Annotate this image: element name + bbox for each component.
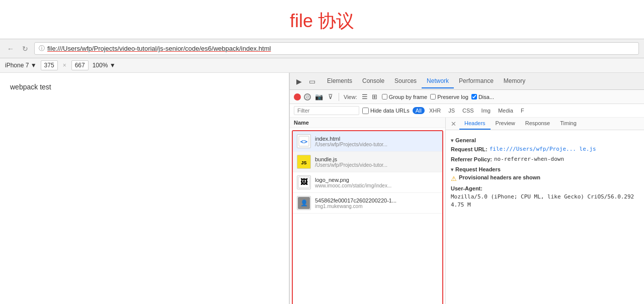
request-headers-section-title: Request Headers xyxy=(451,166,639,172)
device-icon[interactable]: ▭ xyxy=(307,76,317,86)
filter-xhr[interactable]: XHR xyxy=(426,107,444,114)
network-list: Name <> index.html xyxy=(290,118,446,304)
group-by-frame-checkbox[interactable]: Group by frame xyxy=(382,94,427,100)
camera-button[interactable]: 📷 xyxy=(314,92,324,102)
svg-text:🖼: 🖼 xyxy=(300,178,308,186)
detail-close-button[interactable]: ✕ xyxy=(448,118,459,130)
url-bar[interactable]: ⓘ file:///Users/wfp/Projects/video-tutor… xyxy=(34,42,639,55)
tab-performance[interactable]: Performance xyxy=(454,74,499,88)
network-item-path-2: /Users/wfp/Projects/video-tutor... xyxy=(315,162,387,168)
width-input[interactable]: 375 xyxy=(41,60,58,70)
toolbar-divider xyxy=(339,93,339,101)
tab-sources[interactable]: Sources xyxy=(389,74,422,88)
zoom-label: 100% ▼ xyxy=(93,62,116,69)
network-item-path-4: img1.mukewang.com xyxy=(315,204,396,209)
network-item-path-3: www.imooc.com/static/img/index... xyxy=(315,183,391,188)
zoom-selector[interactable]: 100% ▼ xyxy=(93,62,116,69)
request-url-label: Request URL: xyxy=(451,145,488,154)
network-item-icon-2: JS xyxy=(297,155,311,169)
tab-network[interactable]: Network xyxy=(422,74,454,88)
viewport-content: webpack test xyxy=(10,83,51,91)
inspect-icon[interactable]: ▶ xyxy=(294,76,304,86)
list-view-icon[interactable]: ☰ xyxy=(360,92,369,101)
disable-cache-checkbox[interactable]: Disa... xyxy=(471,94,494,100)
svg-text:👤: 👤 xyxy=(300,199,308,207)
back-button[interactable]: ← xyxy=(5,44,16,54)
network-item-4[interactable]: 👤 545862fe00017c2602200220-1... img1.muk… xyxy=(293,193,442,214)
network-item-2[interactable]: JS bundle.js /Users/wfp/Projects/video-t… xyxy=(293,152,442,172)
detail-tab-response[interactable]: Response xyxy=(520,118,555,130)
filter-input[interactable] xyxy=(294,106,359,115)
devtools-tabs: ▶ ▭ Elements Console Sources Network Per… xyxy=(290,73,644,90)
network-item-1[interactable]: <> index.html /Users/wfp/Projects/video-… xyxy=(293,131,442,152)
network-item-info-1: index.html /Users/wfp/Projects/video-tut… xyxy=(315,136,387,147)
network-item-info-2: bundle.js /Users/wfp/Projects/video-tuto… xyxy=(315,156,387,168)
dimension-separator: × xyxy=(62,62,67,69)
warning-icon: ⚠ xyxy=(451,175,457,182)
browser-chrome: ← ↻ ⓘ file:///Users/wfp/Projects/video-t… xyxy=(0,39,644,58)
network-detail: ✕ Headers Preview Response Timing xyxy=(446,118,644,304)
filter-js[interactable]: JS xyxy=(445,107,458,114)
network-toolbar: ⊘ 📷 ⊽ View: ☰ ⊞ Group by frame Preserve … xyxy=(290,90,644,104)
svg-text:JS: JS xyxy=(301,160,306,165)
user-agent-label: User-Agent: xyxy=(451,184,482,193)
detail-tab-preview[interactable]: Preview xyxy=(491,118,520,130)
network-content: Name <> index.html xyxy=(290,118,644,304)
user-agent-field: User-Agent: Mozilla/5.0 (iPhone; CPU ML,… xyxy=(451,184,639,210)
network-list-header: Name xyxy=(290,118,445,128)
info-icon: ⓘ xyxy=(39,44,45,53)
tab-elements[interactable]: Elements xyxy=(322,74,357,88)
general-section-title: General xyxy=(451,137,639,143)
filter-all[interactable]: All xyxy=(413,107,425,114)
view-toggle: ☰ ⊞ xyxy=(360,92,379,101)
url-text: file:///Users/wfp/Projects/video-tutoria… xyxy=(47,45,271,52)
filter-button[interactable]: ⊽ xyxy=(327,92,334,102)
view-label: View: xyxy=(344,94,357,100)
hide-data-urls-checkbox[interactable]: Hide data URLs xyxy=(362,108,410,114)
filter-font[interactable]: F xyxy=(518,107,527,114)
user-agent-value: Mozilla/5.0 (iPhone; CPU ML, like Gecko)… xyxy=(451,193,639,210)
main-layout: webpack test ▶ ▭ Elements Console Source… xyxy=(0,73,644,304)
network-item-icon-3: 🖼 xyxy=(297,175,311,189)
record-button[interactable] xyxy=(294,93,301,100)
network-item-name-1: index.html xyxy=(315,136,387,142)
detail-tab-headers[interactable]: Headers xyxy=(459,118,491,130)
warning-text: Provisional headers are shown xyxy=(459,174,540,180)
title-text: file 协议 xyxy=(290,11,354,31)
browser-viewport: webpack test xyxy=(0,73,289,304)
referrer-policy-value: no-referrer-when-down xyxy=(494,155,564,164)
detail-content: General Request URL: file:///Users/wfp/P… xyxy=(446,130,644,304)
filter-css[interactable]: CSS xyxy=(459,107,477,114)
network-item-name-3: logo_new.png xyxy=(315,177,391,183)
provisional-headers-warning: ⚠ Provisional headers are shown xyxy=(451,174,639,182)
request-url-field: Request URL: file:///Users/wfp/Proje... … xyxy=(451,145,639,154)
referrer-policy-field: Referrer Policy: no-referrer-when-down xyxy=(451,155,639,164)
network-list-items: <> index.html /Users/wfp/Projects/video-… xyxy=(292,130,443,304)
network-item-path-1: /Users/wfp/Projects/video-tutor... xyxy=(315,142,387,147)
detail-tab-timing[interactable]: Timing xyxy=(555,118,582,130)
network-item-info-3: logo_new.png www.imooc.com/static/img/in… xyxy=(315,177,391,188)
preserve-log-checkbox[interactable]: Preserve log xyxy=(430,94,468,100)
network-item-3[interactable]: 🖼 logo_new.png www.imooc.com/static/img/… xyxy=(293,172,442,193)
clear-button[interactable]: ⊘ xyxy=(304,93,311,100)
tab-console[interactable]: Console xyxy=(357,74,389,88)
device-selector[interactable]: iPhone 7 ▼ xyxy=(5,62,37,69)
devtools-icons: ▶ ▭ xyxy=(294,76,317,86)
device-toolbar: iPhone 7 ▼ 375 × 667 100% ▼ xyxy=(0,58,644,73)
network-item-name-4: 545862fe00017c2602200220-1... xyxy=(315,197,396,204)
filter-types: All XHR JS CSS Img Media F xyxy=(413,107,527,114)
referrer-policy-label: Referrer Policy: xyxy=(451,155,492,164)
network-item-name-2: bundle.js xyxy=(315,156,387,162)
grid-view-icon[interactable]: ⊞ xyxy=(370,92,379,101)
height-input[interactable]: 667 xyxy=(71,60,89,70)
page-title: file 协议 xyxy=(0,0,644,39)
filter-img[interactable]: Img xyxy=(478,107,494,114)
detail-tabs: ✕ Headers Preview Response Timing xyxy=(446,118,644,130)
network-filter-bar: Hide data URLs All XHR JS CSS Img xyxy=(290,104,644,118)
svg-text:<>: <> xyxy=(300,138,307,145)
tab-memory[interactable]: Memory xyxy=(499,74,530,88)
refresh-button[interactable]: ↻ xyxy=(20,44,30,54)
network-item-icon-4: 👤 xyxy=(297,196,311,210)
filter-media[interactable]: Media xyxy=(495,107,516,114)
devtools-panel: ▶ ▭ Elements Console Sources Network Per… xyxy=(289,73,644,304)
